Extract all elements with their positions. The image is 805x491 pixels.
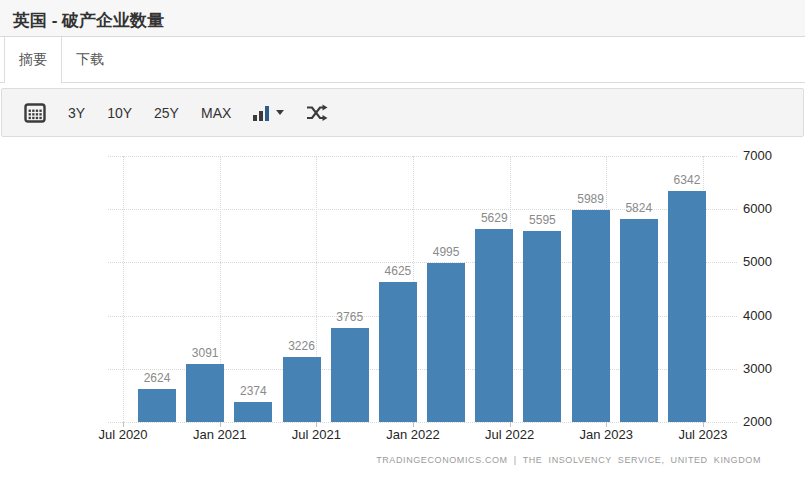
y-gridline bbox=[108, 422, 737, 423]
tab-download-label: 下载 bbox=[76, 51, 104, 67]
bar[interactable] bbox=[283, 357, 321, 422]
bar[interactable] bbox=[138, 389, 176, 422]
x-axis-label: Jul 2023 bbox=[658, 427, 748, 442]
bar[interactable] bbox=[379, 282, 417, 422]
tab-download[interactable]: 下载 bbox=[62, 37, 118, 82]
bar-value-label: 4995 bbox=[416, 245, 476, 259]
range-max-button[interactable]: MAX bbox=[190, 98, 242, 128]
bar-chart-icon bbox=[253, 105, 270, 121]
tab-summary[interactable]: 摘要 bbox=[4, 37, 62, 83]
tab-bar: 摘要 下载 bbox=[0, 37, 805, 83]
x-axis-label: Jul 2021 bbox=[271, 427, 361, 442]
y-axis-label: 4000 bbox=[743, 308, 772, 323]
bar-value-label: 4625 bbox=[368, 264, 428, 278]
tab-summary-label: 摘要 bbox=[19, 51, 47, 67]
bar-value-label: 6342 bbox=[657, 173, 717, 187]
page-title: 英国 - 破产企业数量 bbox=[0, 0, 805, 32]
y-gridline bbox=[108, 156, 737, 157]
range-10y-button[interactable]: 10Y bbox=[96, 98, 143, 128]
bar-value-label: 2624 bbox=[127, 371, 187, 385]
x-axis-label: Jul 2020 bbox=[78, 427, 168, 442]
bar-value-label: 2374 bbox=[223, 384, 283, 398]
compare-button[interactable] bbox=[295, 98, 339, 128]
calendar-icon bbox=[24, 102, 46, 124]
bar[interactable] bbox=[186, 364, 224, 422]
bar[interactable] bbox=[523, 231, 561, 422]
x-axis-label: Jan 2021 bbox=[175, 427, 265, 442]
y-axis-label: 5000 bbox=[743, 254, 772, 269]
range-25y-button[interactable]: 25Y bbox=[143, 98, 190, 128]
bar[interactable] bbox=[572, 210, 610, 422]
chart-canvas: TRADINGECONOMICS.COM | THE INSOLVENCY SE… bbox=[0, 137, 805, 491]
bar-value-label: 3091 bbox=[175, 346, 235, 360]
shuffle-icon bbox=[306, 104, 328, 121]
x-gridline bbox=[123, 156, 124, 422]
x-axis-label: Jul 2022 bbox=[465, 427, 555, 442]
bar-value-label: 3765 bbox=[320, 310, 380, 324]
bar[interactable] bbox=[331, 328, 369, 422]
chart-type-button[interactable] bbox=[242, 98, 295, 128]
bar[interactable] bbox=[668, 191, 706, 422]
chart-attribution: TRADINGECONOMICS.COM | THE INSOLVENCY SE… bbox=[376, 455, 761, 465]
bar-value-label: 5595 bbox=[512, 213, 572, 227]
y-axis-label: 7000 bbox=[743, 148, 772, 163]
y-axis-label: 6000 bbox=[743, 201, 772, 216]
bar[interactable] bbox=[475, 229, 513, 422]
x-axis-label: Jan 2022 bbox=[368, 427, 458, 442]
chevron-down-icon bbox=[276, 110, 284, 115]
chart-toolbar: 3Y 10Y 25Y MAX bbox=[1, 88, 804, 137]
range-3y-button[interactable]: 3Y bbox=[57, 98, 96, 128]
bar-value-label: 3226 bbox=[272, 339, 332, 353]
y-axis-label: 3000 bbox=[743, 361, 772, 376]
date-range-button[interactable] bbox=[13, 98, 57, 128]
bar[interactable] bbox=[427, 263, 465, 422]
bar[interactable] bbox=[620, 219, 658, 422]
x-axis-label: Jan 2023 bbox=[561, 427, 651, 442]
bar[interactable] bbox=[234, 402, 272, 422]
bar-value-label: 5824 bbox=[609, 201, 669, 215]
title-bar: 英国 - 破产企业数量 bbox=[0, 0, 805, 37]
